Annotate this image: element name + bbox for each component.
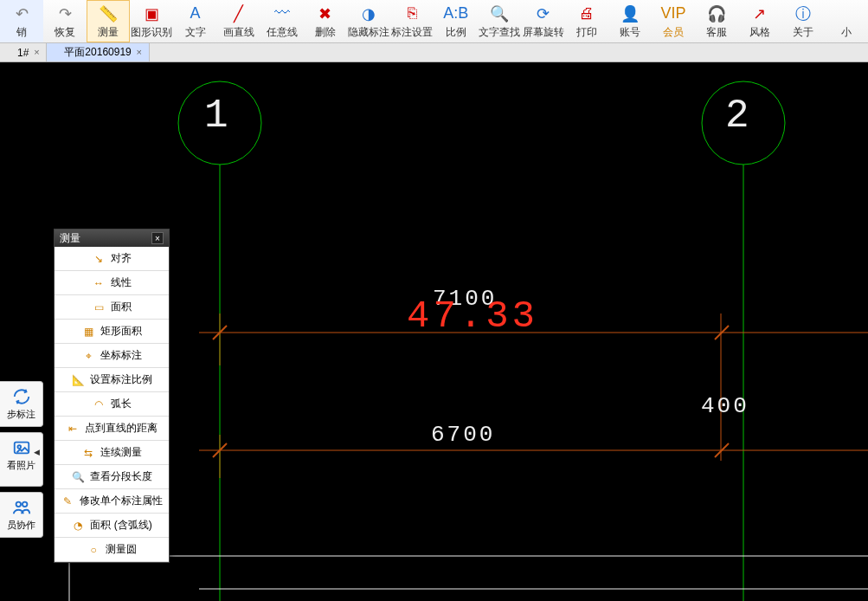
measure-item-icon: ⇆: [81, 446, 95, 460]
measure-item-icon: ⇤: [66, 422, 80, 436]
close-icon[interactable]: ×: [133, 46, 145, 58]
toolbar-icon: 📏: [98, 3, 119, 24]
measure-item-label: 矩形面积: [100, 324, 142, 339]
close-icon[interactable]: ×: [30, 46, 42, 58]
toolbar-屏幕旋转[interactable]: ⟳屏幕旋转: [521, 0, 565, 42]
toolbar-文字[interactable]: A文字: [174, 0, 217, 42]
toolbar-label: 打印: [576, 25, 597, 40]
measure-item-icon: ↔: [92, 276, 106, 290]
side-员协作[interactable]: 员协作: [0, 492, 43, 538]
toolbar-删除[interactable]: ✖删除: [304, 0, 347, 42]
toolbar-隐藏标注[interactable]: ◑隐藏标注: [347, 0, 391, 42]
measure-panel[interactable]: 测量 × ↘对齐↔线性▭面积▦矩形面积⌖坐标标注📐设置标注比例◠弧长⇤点到直线的…: [54, 229, 170, 563]
toolbar-小[interactable]: 小: [825, 0, 868, 42]
toolbar-风格[interactable]: ↗风格: [738, 0, 781, 42]
measure-item-label: 设置标注比例: [90, 372, 152, 387]
measure-item-label: 面积 (含弧线): [90, 518, 151, 533]
toolbar-label: 删除: [315, 25, 336, 40]
toolbar-icon: ◑: [358, 3, 379, 24]
toolbar-测量[interactable]: 📏测量: [87, 0, 130, 42]
toolbar-label: 风格: [749, 25, 770, 40]
toolbar-icon: VIP: [663, 3, 684, 24]
measure-面积[interactable]: ▭面积: [55, 295, 169, 320]
tab-label: 平面20160919: [64, 45, 131, 60]
measure-item-label: 点到直线的距离: [85, 421, 158, 436]
toolbar-label: 文字查找: [479, 25, 520, 40]
toolbar-icon: 🖨: [576, 3, 597, 24]
toolbar-label: 比例: [446, 25, 466, 40]
measure-连续测量[interactable]: ⇆连续测量: [55, 441, 169, 465]
measure-对齐[interactable]: ↘对齐: [55, 247, 169, 271]
toolbar-label: 隐藏标注: [348, 25, 389, 40]
measure-测量圆[interactable]: ○测量圆: [55, 538, 169, 562]
measure-修改单个标注属性[interactable]: ✎修改单个标注属性: [55, 489, 169, 514]
measure-item-label: 修改单个标注属性: [80, 494, 163, 508]
toolbar-文字查找[interactable]: 🔍文字查找: [478, 0, 522, 42]
svg-point-18: [16, 502, 20, 507]
toolbar-label: 小: [841, 25, 852, 40]
dim-400: 400: [701, 393, 749, 419]
measure-线性[interactable]: ↔线性: [55, 271, 169, 295]
tab-label: 1#: [17, 47, 29, 59]
measure-矩形面积[interactable]: ▦矩形面积: [55, 320, 169, 344]
toolbar-label: 任意线: [267, 25, 298, 40]
toolbar-图形识别[interactable]: ▣图形识别: [130, 0, 174, 42]
toolbar-会员[interactable]: VIP会员: [652, 0, 695, 42]
toolbar-label: 屏幕旋转: [523, 25, 564, 40]
side-步标注[interactable]: 步标注: [0, 381, 43, 427]
toolbar-icon: 🎧: [706, 3, 727, 24]
side-label: 步标注: [7, 408, 35, 421]
measure-item-icon: ○: [87, 543, 100, 557]
toolbar-icon: 〰: [272, 3, 293, 24]
measure-面积 (含弧线)[interactable]: ◔面积 (含弧线): [55, 514, 169, 538]
grid-label-2: 2: [725, 94, 752, 139]
toolbar-icon: ↗: [749, 3, 770, 24]
toolbar-icon: ⟳: [533, 3, 554, 24]
toolbar-label: 客服: [706, 25, 727, 40]
toolbar-比例[interactable]: A:B比例: [434, 0, 478, 42]
measure-item-icon: ◔: [71, 519, 85, 533]
toolbar-打印[interactable]: 🖨打印: [565, 0, 608, 42]
measure-item-icon: 📐: [71, 373, 85, 387]
toolbar-账号[interactable]: 👤账号: [608, 0, 652, 42]
measure-点到直线的距离[interactable]: ⇤点到直线的距离: [55, 417, 169, 441]
sync-icon: [12, 387, 31, 406]
measure-item-icon: ▭: [92, 300, 106, 314]
measure-item-label: 面积: [111, 300, 132, 314]
measure-item-label: 坐标标注: [100, 348, 142, 363]
measure-panel-header[interactable]: 测量 ×: [55, 229, 169, 247]
grid-label-1: 1: [204, 94, 231, 139]
dim-measured: 47.33: [407, 294, 538, 338]
tab-平面20160919[interactable]: 平面20160919×: [47, 43, 149, 61]
measure-item-icon: ↘: [92, 252, 106, 266]
toolbar-画直线[interactable]: ╱画直线: [217, 0, 260, 42]
toolbar-label: 画直线: [223, 25, 254, 40]
toolbar-label: 文字: [185, 25, 206, 40]
toolbar-客服[interactable]: 🎧客服: [695, 0, 738, 42]
team-icon: [12, 498, 31, 517]
measure-设置标注比例[interactable]: 📐设置标注比例: [55, 368, 169, 392]
measure-查看分段长度[interactable]: 🔍查看分段长度: [55, 465, 169, 489]
toolbar-关于[interactable]: ⓘ关于: [781, 0, 825, 42]
toolbar-label: 恢复: [55, 25, 75, 40]
toolbar-label: 图形识别: [131, 25, 172, 40]
toolbar-icon: ▣: [141, 3, 162, 24]
side-看照片[interactable]: 看照片◀: [0, 432, 43, 487]
toolbar-icon: A: [185, 3, 206, 24]
toolbar-任意线[interactable]: 〰任意线: [260, 0, 304, 42]
toolbar-icon: ↶: [11, 3, 32, 24]
dim-6700: 6700: [431, 422, 495, 448]
toolbar-恢复[interactable]: ↷恢复: [43, 0, 87, 42]
measure-item-label: 查看分段长度: [90, 469, 152, 484]
toolbar-icon: ⓘ: [793, 3, 813, 24]
toolbar-销[interactable]: ↶销: [0, 0, 43, 42]
toolbar-标注设置[interactable]: ⎘标注设置: [390, 0, 434, 42]
measure-item-label: 连续测量: [100, 445, 142, 460]
measure-item-icon: 🔍: [71, 470, 85, 484]
measure-弧长[interactable]: ◠弧长: [55, 392, 169, 417]
measure-坐标标注[interactable]: ⌖坐标标注: [55, 344, 169, 368]
side-toolbar: 步标注看照片◀员协作: [0, 381, 43, 543]
side-label: 看照片: [7, 459, 35, 472]
tab-1#[interactable]: 1#×: [0, 43, 47, 61]
close-icon[interactable]: ×: [151, 232, 164, 244]
